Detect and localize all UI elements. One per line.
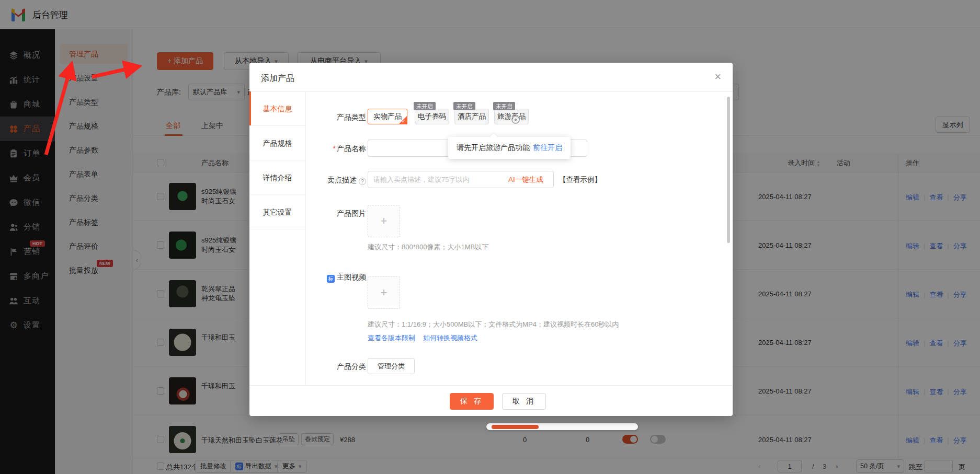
product-image-label: 产品图片 [309, 209, 366, 218]
manage-category-button[interactable]: 管理分类 [368, 358, 415, 374]
selling-point-label: 卖点描述? [309, 176, 366, 185]
page: 后台管理 概况 统计 商城 产品 订单 会员 微信 [0, 0, 980, 474]
type-evoucher-button[interactable]: 未开启 电子券码 [415, 109, 449, 124]
version-limits-link[interactable]: 查看各版本限制 [368, 333, 415, 343]
enable-now-link[interactable]: 前往开启 [533, 143, 562, 153]
video-hint: 建议尺寸：1:1/16:9；大小500MB以下；文件格式为MP4；建议视频时长在… [368, 320, 619, 329]
modal-tab-details[interactable]: 详情介绍 [249, 160, 305, 195]
required-asterisk: * [333, 144, 336, 153]
help-icon[interactable]: ? [359, 178, 366, 185]
not-enabled-badge: 未开启 [453, 102, 475, 110]
divider [249, 385, 733, 386]
modal-tab-basic-info[interactable]: 基本信息 [249, 91, 305, 126]
preview-icon[interactable] [511, 115, 520, 124]
cancel-button[interactable]: 取 消 [502, 393, 546, 410]
horizontal-scrollbar[interactable] [486, 423, 638, 430]
product-name-label: *产品名称 [309, 144, 366, 154]
not-enabled-badge: 未开启 [414, 102, 436, 110]
modal-title: 添加产品 [261, 73, 294, 84]
image-upload-box[interactable]: + [368, 205, 400, 237]
add-product-modal: 添加产品 × 基本信息 产品规格 详情介绍 其它设置 产品类型 实物产品 ✓ 未… [249, 63, 733, 416]
modal-scrollbar-thumb[interactable] [727, 97, 730, 243]
view-example-link[interactable]: 【查看示例】 [559, 175, 601, 184]
type-hotel-button[interactable]: 未开启 酒店产品 [454, 109, 489, 124]
product-type-label: 产品类型 [309, 113, 366, 122]
main-video-label: 标主图视频 [309, 273, 366, 283]
modal-tab-specs[interactable]: 产品规格 [249, 126, 305, 160]
type-physical-button[interactable]: 实物产品 ✓ [368, 109, 407, 124]
tooltip-caret [490, 133, 497, 141]
ai-generate-link[interactable]: AI一键生成 [508, 175, 543, 184]
divider [249, 91, 733, 92]
horizontal-scrollbar-thumb[interactable] [492, 425, 539, 429]
image-hint: 建议尺寸：800*800像素；大小1MB以下 [368, 242, 488, 252]
template-badge-icon: 标 [327, 275, 335, 283]
modal-tab-other[interactable]: 其它设置 [249, 195, 305, 229]
not-enabled-badge: 未开启 [493, 102, 515, 110]
video-upload-box[interactable]: + [368, 276, 400, 309]
modal-tab-column: 基本信息 产品规格 详情介绍 其它设置 [249, 91, 306, 385]
travel-product-tooltip: 请先开启旅游产品功能 前往开启 [448, 137, 571, 159]
convert-video-link[interactable]: 如何转换视频格式 [423, 333, 477, 343]
close-icon[interactable]: × [714, 70, 721, 84]
save-button[interactable]: 保 存 [450, 393, 494, 410]
product-category-label: 产品分类 [309, 362, 366, 372]
selected-check-icon: ✓ [398, 115, 407, 124]
